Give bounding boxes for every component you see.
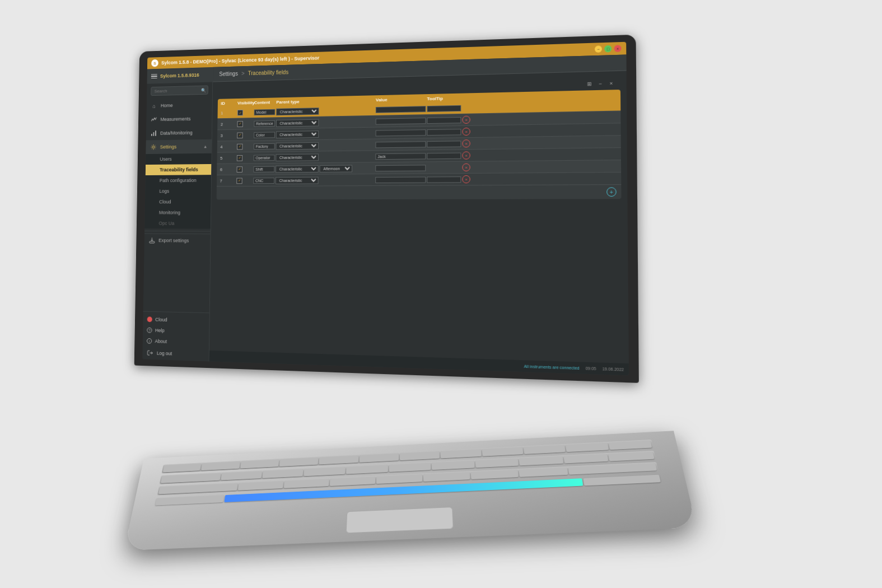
data-monitoring-icon: [150, 129, 157, 137]
export-toolbar-icon[interactable]: ⊞: [585, 80, 594, 88]
add-row-button[interactable]: +: [606, 187, 617, 197]
row4-content[interactable]: [253, 143, 274, 149]
sub-nav-logs[interactable]: Logs: [145, 185, 211, 197]
row7-visibility[interactable]: [236, 178, 242, 184]
row3-content[interactable]: [254, 132, 275, 138]
search-input[interactable]: [151, 85, 208, 96]
trackpad[interactable]: [346, 507, 453, 533]
row5-value[interactable]: [375, 153, 426, 160]
cloud-label: Cloud: [155, 317, 167, 323]
settings-sub-nav: Users Traceability fields Path configura…: [144, 153, 211, 229]
svg-point-3: [152, 146, 155, 148]
row3-visibility[interactable]: [237, 132, 242, 138]
row1-tooltip[interactable]: [427, 105, 461, 112]
row4-delete-button[interactable]: ×: [462, 139, 470, 147]
sub-nav-path-configuration[interactable]: Path configuration: [145, 175, 211, 186]
hamburger-menu[interactable]: [151, 74, 157, 78]
laptop-wrapper: S Sylcom 1.5.8 - DEMO[Pro] - Sylvac (Lic…: [105, 42, 777, 546]
row1-value[interactable]: [375, 106, 426, 113]
row7-content[interactable]: [253, 178, 274, 184]
sidebar-item-settings[interactable]: Settings ▲: [146, 139, 211, 154]
breadcrumb-current: Traceability fields: [248, 69, 288, 77]
sidebar-item-measurements[interactable]: Measurements: [146, 111, 212, 127]
settings-label: Settings: [160, 144, 176, 150]
home-label: Home: [160, 102, 172, 108]
col-tooltip: ToolTip: [427, 96, 461, 101]
row1-id: 1: [221, 110, 236, 115]
search-box: 🔍: [151, 85, 208, 96]
help-label: Help: [155, 328, 164, 333]
row3-delete-button[interactable]: ×: [462, 128, 470, 136]
row2-delete-button[interactable]: ×: [462, 116, 470, 124]
content-area: Settings > Traceability fields ⊞ −: [209, 54, 628, 375]
row4-parent-type[interactable]: Characteristic: [276, 142, 319, 150]
col-visibility: Visibility: [237, 100, 253, 105]
row3-tooltip[interactable]: [427, 129, 461, 136]
search-icon: 🔍: [200, 87, 206, 92]
minimize-button[interactable]: −: [594, 45, 601, 53]
sidebar-item-data-monitoring[interactable]: Data/Monitoring: [146, 125, 211, 141]
close-button[interactable]: ×: [614, 45, 621, 52]
row5-parent-type[interactable]: Characteristic: [276, 153, 319, 161]
row2-parent-type[interactable]: Characteristic: [276, 119, 318, 127]
svg-rect-4: [149, 241, 154, 243]
row7-parent-type[interactable]: Characteristic: [275, 176, 318, 184]
sub-nav-traceability-fields[interactable]: Traceability fields: [145, 164, 211, 175]
sidebar-bottom: Cloud ? Help i About: [142, 309, 209, 362]
row1-visibility[interactable]: [237, 110, 242, 116]
row5-visibility[interactable]: [236, 155, 242, 161]
row1-parent-type[interactable]: Characteristic: [276, 108, 319, 115]
row3-id: 3: [220, 133, 236, 138]
status-date: 19.06.2022: [602, 366, 624, 371]
row4-value[interactable]: [375, 141, 426, 148]
home-icon: ⌂: [150, 102, 157, 109]
sidebar-item-home[interactable]: ⌂ Home: [146, 97, 212, 113]
row1-content[interactable]: [254, 109, 275, 115]
row5-tooltip[interactable]: [427, 152, 461, 159]
row6-visibility[interactable]: [236, 166, 242, 172]
logout-icon: [146, 349, 153, 357]
row6-id: 6: [220, 167, 235, 172]
add-row-area: +: [216, 185, 621, 199]
settings-icon: [150, 143, 157, 151]
row7-id: 7: [220, 178, 235, 183]
row4-visibility[interactable]: [237, 143, 242, 150]
sub-nav-cloud[interactable]: Cloud: [144, 197, 211, 207]
row6-value-dropdown[interactable]: Afternoon Evening Morning Edit...: [319, 165, 352, 172]
row2-tooltip[interactable]: [427, 116, 461, 123]
logout-item[interactable]: Log out: [142, 346, 209, 361]
export-settings[interactable]: Export settings: [144, 234, 210, 248]
row4-tooltip[interactable]: [427, 141, 461, 147]
row6-delete-button[interactable]: ×: [462, 164, 470, 171]
maximize-button[interactable]: □: [604, 45, 612, 53]
row2-id: 2: [220, 122, 236, 127]
row4-id: 4: [220, 144, 236, 149]
row7-tooltip[interactable]: [427, 176, 461, 183]
breadcrumb-separator: >: [241, 71, 246, 77]
cloud-status-dot: [147, 316, 152, 322]
sub-nav-users[interactable]: Users: [146, 153, 211, 165]
col-parent-type: Parent type: [276, 99, 319, 105]
row3-value[interactable]: [375, 129, 426, 136]
sub-nav-monitoring[interactable]: Monitoring: [144, 207, 211, 218]
row6-content[interactable]: [253, 166, 274, 172]
status-time: 09:05: [585, 366, 596, 370]
screen-inner: S Sylcom 1.5.8 - DEMO[Pro] - Sylvac (Lic…: [142, 42, 629, 376]
traceability-table: ID Visibility Content Parent type Value …: [216, 90, 621, 199]
window-controls: − □ ×: [594, 45, 621, 53]
row5-delete-button[interactable]: ×: [462, 151, 470, 159]
chevron-up-icon: ▲: [203, 144, 207, 149]
row5-content[interactable]: [253, 155, 274, 161]
row2-value[interactable]: [375, 118, 426, 125]
row6-parent-type[interactable]: Characteristic: [276, 165, 319, 172]
row7-delete-button[interactable]: ×: [462, 175, 470, 183]
main-layout: Sylcom 1.5.8.9316 🔍 ⌂ Home: [142, 54, 629, 375]
row3-parent-type[interactable]: Characteristic: [276, 130, 319, 138]
row7-value[interactable]: [375, 176, 426, 183]
row2-visibility[interactable]: [237, 121, 242, 127]
row6-tooltip[interactable]: [375, 165, 426, 171]
col-value: Value: [375, 96, 426, 102]
row2-content[interactable]: [254, 120, 275, 127]
close-toolbar-icon[interactable]: ×: [606, 80, 615, 88]
minimize-toolbar-icon[interactable]: −: [596, 80, 604, 88]
